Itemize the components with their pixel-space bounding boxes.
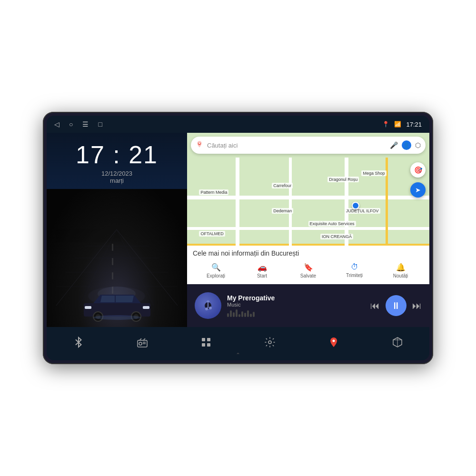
layers-icon[interactable]: ⬡ <box>415 141 421 149</box>
album-art <box>195 292 221 319</box>
music-player: My Prerogative Music <box>187 284 429 327</box>
tab-salvate[interactable]: 🔖 Salvate <box>285 261 331 280</box>
clock-time: 17 : 21 <box>76 142 158 167</box>
nav-maps[interactable] <box>328 337 339 351</box>
recent-icon[interactable]: □ <box>98 120 102 128</box>
tab-noutăți[interactable]: 🔔 Noutăți <box>377 261 424 280</box>
car-display: ◁ ○ ☰ □ 📍 📶 17:21 17 : 21 12/12/2023 mar… <box>43 112 433 364</box>
place-label: ION CREANGĂ <box>320 234 353 239</box>
clock-date: 12/12/2023 <box>101 170 132 177</box>
place-label: Exquisite Auto Services <box>308 221 356 227</box>
send-icon: ⏱ <box>351 263 358 271</box>
music-waveform <box>227 307 256 317</box>
map-search-icons: 🎤 👤 ⬡ <box>390 140 421 150</box>
svg-rect-10 <box>112 272 113 279</box>
news-icon: 🔔 <box>396 263 406 272</box>
back-icon[interactable]: ◁ <box>54 120 60 128</box>
map-area[interactable]: Căutați aici 🎤 👤 ⬡ <box>187 133 429 284</box>
svg-point-21 <box>93 315 141 320</box>
radio-icon <box>137 337 148 351</box>
car-image <box>47 189 187 327</box>
map-info-box: Cele mai noi informații din București 🔍 … <box>187 246 429 284</box>
place-label: OFTALMED <box>199 231 225 237</box>
nav-radio[interactable] <box>137 337 148 351</box>
next-button[interactable]: ⏭ <box>412 300 422 311</box>
tab-noutăți-label: Noutăți <box>393 273 408 278</box>
clock-day: marți <box>110 177 124 184</box>
svg-rect-16 <box>143 306 149 309</box>
nav-bluetooth[interactable] <box>73 337 84 351</box>
tab-start[interactable]: 🚗 Start <box>239 261 285 280</box>
home-icon[interactable]: ○ <box>69 120 73 128</box>
music-info: My Prerogative Music <box>227 294 365 317</box>
explore-icon: 🔍 <box>211 263 221 272</box>
nav-settings[interactable] <box>264 337 276 351</box>
svg-point-35 <box>333 340 335 342</box>
map-tabs: 🔍 Explorați 🚗 Start 🔖 Salvate <box>193 261 424 280</box>
svg-rect-30 <box>202 338 205 341</box>
bottom-nav: ⌃ <box>47 327 429 360</box>
right-panel: Căutați aici 🎤 👤 ⬡ <box>187 133 429 327</box>
svg-point-34 <box>268 341 271 344</box>
menu-icon[interactable]: ☰ <box>82 120 89 128</box>
google-maps-nav-icon <box>328 337 339 351</box>
search-placeholder[interactable]: Căutați aici <box>207 142 386 149</box>
nav-3d[interactable] <box>392 337 403 351</box>
svg-rect-33 <box>207 343 210 347</box>
place-label: Mega Shop <box>361 170 386 176</box>
svg-point-24 <box>205 307 208 310</box>
status-bar: ◁ ○ ☰ □ 📍 📶 17:21 <box>47 116 429 133</box>
place-label: JUDEȚUL ILFOV <box>345 208 380 214</box>
location-icon: 📍 <box>382 121 389 128</box>
nav-apps[interactable] <box>200 337 212 351</box>
apps-grid-icon <box>200 337 212 351</box>
google-maps-icon <box>196 140 203 150</box>
device-screen: ◁ ○ ☰ □ 📍 📶 17:21 17 : 21 12/12/2023 mar… <box>47 116 429 360</box>
tab-start-label: Start <box>257 273 267 278</box>
settings-gear-icon <box>264 337 276 351</box>
svg-point-27 <box>139 342 142 345</box>
place-label: Dedeman <box>272 208 293 214</box>
cube-icon <box>392 337 403 351</box>
directions-icon: 🚗 <box>258 263 267 272</box>
svg-rect-15 <box>85 306 91 309</box>
saved-icon: 🔖 <box>304 263 313 272</box>
svg-rect-32 <box>202 343 205 347</box>
tab-explorați[interactable]: 🔍 Explorați <box>193 261 239 280</box>
prev-button[interactable]: ⏮ <box>370 300 380 311</box>
music-controls: ⏮ ⏸ ⏭ <box>370 295 422 316</box>
svg-rect-8 <box>112 244 113 251</box>
nav-buttons: ◁ ○ ☰ □ <box>54 120 102 128</box>
car-icon <box>79 289 155 322</box>
map-info-title: Cele mai noi informații din București <box>193 249 424 257</box>
place-label: Pattern Media <box>199 189 228 195</box>
profile-icon[interactable]: 👤 <box>402 140 411 150</box>
tab-trimiteți-label: Trimiteți <box>346 273 363 278</box>
left-panel: 17 : 21 12/12/2023 marți <box>47 133 187 327</box>
microphone-icon[interactable]: 🎤 <box>390 141 398 149</box>
navigate-btn[interactable]: ➤ <box>410 182 426 198</box>
music-title: My Prerogative <box>227 294 365 302</box>
svg-point-23 <box>198 142 200 144</box>
main-content: 17 : 21 12/12/2023 marți <box>47 133 429 327</box>
svg-rect-9 <box>112 258 113 265</box>
tab-salvate-label: Salvate <box>300 273 316 278</box>
bluetooth-icon <box>73 337 84 351</box>
status-indicators: 📍 📶 17:21 <box>382 121 422 128</box>
home-indicator[interactable]: ⌃ <box>236 352 240 358</box>
svg-rect-31 <box>207 338 210 341</box>
place-label: Carrefour <box>272 183 293 188</box>
music-subtitle: Music <box>227 302 365 307</box>
location-btn[interactable]: 🎯 <box>410 162 426 178</box>
tab-trimiteți[interactable]: ⏱ Trimiteți <box>331 261 377 280</box>
svg-point-25 <box>209 307 212 309</box>
place-label: Dragonul Roșu <box>327 177 359 182</box>
wifi-icon: 📶 <box>394 121 401 128</box>
map-search-bar[interactable]: Căutați aici 🎤 👤 ⬡ <box>191 137 426 154</box>
status-time: 17:21 <box>406 121 422 128</box>
tab-explorați-label: Explorați <box>207 273 225 278</box>
play-pause-button[interactable]: ⏸ <box>386 295 407 316</box>
